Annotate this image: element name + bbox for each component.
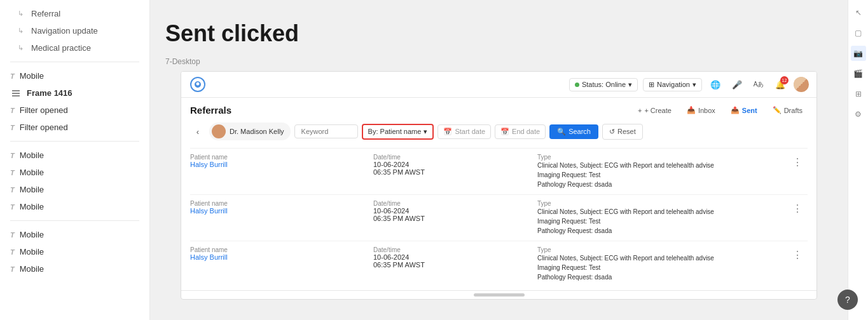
date-value: 10-06-202406:35 PM AWST [373,253,532,269]
sidebar: ↳ Referral ↳ Navigation update ↳ Medical… [0,0,150,320]
type-cell: Type Clinical Notes, Subject: ECG with R… [537,246,787,282]
date-label: Date/time [373,154,532,161]
patient-name[interactable]: Halsy Burrill [190,207,368,215]
end-date-input[interactable]: 📅 End date [495,124,546,139]
sidebar-item-mobile-3[interactable]: T Mobile [0,164,149,181]
text-type-icon: T [10,72,15,80]
pencil-icon: ✏️ [773,106,782,114]
keyword-input[interactable] [294,124,358,138]
sent-button[interactable]: 📤 Sent [726,104,762,116]
arrow-icon: ↳ [18,10,24,18]
sidebar-divider-2 [10,141,139,142]
row-menu[interactable]: ⋮ [792,246,808,261]
calendar-icon: 📅 [500,128,509,136]
reset-button[interactable]: ↺ Reset [602,124,643,140]
type-label: Type [537,154,787,161]
navigation-button[interactable]: ⊞ Navigation ▾ [643,78,702,91]
logo-circle [190,77,205,92]
help-button[interactable]: ? [837,290,858,310]
frame-tool-icon[interactable]: ▢ [851,25,866,41]
status-label: Status: Online [582,81,626,88]
chevron-down-icon: ▾ [424,128,427,136]
status-badge[interactable]: Status: Online ▾ [569,78,638,91]
sidebar-item-label: Mobile [20,185,44,194]
sidebar-item-mobile-2[interactable]: T Mobile [0,147,149,164]
date-cell: Date/time 10-06-202406:35 PM AWST [373,200,532,222]
date-cell: Date/time 10-06-202406:35 PM AWST [373,154,532,176]
sidebar-item-navigation-update[interactable]: ↳ Navigation update [0,22,149,39]
grid-tool-icon[interactable]: ⊞ [851,86,866,102]
sidebar-item-label: Mobile [20,168,44,177]
search-btn-label: Search [568,128,591,135]
sidebar-item-mobile-6[interactable]: T Mobile [0,226,149,243]
row-menu[interactable]: ⋮ [792,154,808,168]
date-value: 10-06-202406:35 PM AWST [373,161,532,176]
arrow-icon: ↳ [18,44,24,52]
top-bar: Status: Online ▾ ⊞ Navigation ▾ 🌐 🎤 Aあ 🔔… [181,72,816,98]
type-value: Clinical Notes, Subject: ECG with Report… [537,161,787,189]
reset-icon: ↺ [609,128,615,136]
filter-label: By: Patient name [368,128,422,135]
inbox-label: Inbox [698,107,715,114]
sidebar-item-mobile-7[interactable]: T Mobile [0,243,149,260]
sidebar-item-label: Filter opened [20,123,68,132]
sidebar-item-frame-1416[interactable]: Frame 1416 [0,84,149,102]
scroll-bar[interactable] [181,290,816,299]
inbox-icon: 📥 [687,106,696,114]
type-label: Type [537,246,787,253]
text-type-icon: T [10,107,15,114]
sidebar-item-filter-opened-2[interactable]: T Filter opened [0,119,149,136]
inbox-button[interactable]: 📥 Inbox [682,104,720,116]
sidebar-item-mobile-8[interactable]: T Mobile [0,260,149,277]
row-menu[interactable]: ⋮ [792,200,808,215]
translate-icon[interactable]: Aあ [750,76,767,93]
scroll-thumb [474,293,525,297]
patient-cell: Patient name Halsy Burrill [190,154,368,168]
referrals-header: Referrals + + Create 📥 Inbox 📤 Sent [190,104,808,116]
type-value: Clinical Notes, Subject: ECG with Report… [537,253,787,282]
patient-name[interactable]: Halsy Burrill [190,253,368,261]
sidebar-item-label: Mobile [20,202,44,211]
sidebar-item-filter-opened-1[interactable]: T Filter opened [0,102,149,119]
status-dot [575,83,579,87]
table-row: Patient name Halsy Burrill Date/time 10-… [190,241,808,287]
notification-area[interactable]: 🔔 12 [772,76,789,93]
filter-select[interactable]: By: Patient name ▾ [362,124,434,140]
sidebar-item-label: Referral [31,9,60,18]
sidebar-item-label: Mobile [20,230,44,239]
main-content: Sent clicked 7-Desktop Status: Online [150,0,848,320]
create-button[interactable]: + + Create [633,105,677,116]
globe-icon[interactable]: 🌐 [707,76,724,93]
sidebar-item-referral[interactable]: ↳ Referral [0,5,149,22]
start-date-label: Start date [455,128,485,135]
date-label: Date/time [373,246,532,253]
mic-icon[interactable]: 🎤 [729,76,745,93]
sidebar-item-mobile-5[interactable]: T Mobile [0,198,149,215]
video-tool-icon[interactable]: 🎬 [851,66,866,81]
sidebar-item-mobile-1[interactable]: T Mobile [0,67,149,84]
doctor-name: Dr. Madison Kelly [230,128,284,135]
camera-tool-icon[interactable]: 📷 [851,46,866,61]
frame-label: 7-Desktop [165,57,832,66]
notification-badge: 12 [780,76,789,84]
patient-cell: Patient name Halsy Burrill [190,200,368,215]
search-row: ‹ Dr. Madison Kelly By: Patient name ▾ 📅… [190,123,808,140]
drafts-button[interactable]: ✏️ Drafts [768,104,808,116]
table-row: Patient name Halsy Burrill Date/time 10-… [190,148,808,194]
page-title: Sent clicked [165,10,832,57]
patient-name[interactable]: Halsy Burrill [190,161,368,168]
date-value: 10-06-202406:35 PM AWST [373,207,532,222]
top-section: Sent clicked [150,0,848,57]
back-button[interactable]: ‹ [190,124,205,139]
sidebar-item-label: Mobile [20,247,44,257]
cursor-tool-icon[interactable]: ↖ [851,5,866,20]
type-cell: Type Clinical Notes, Subject: ECG with R… [537,200,787,236]
sidebar-item-label: Frame 1416 [27,88,72,98]
search-button[interactable]: 🔍 Search [549,124,598,139]
start-date-input[interactable]: 📅 Start date [437,124,491,139]
gear-tool-icon[interactable]: ⚙ [851,107,866,122]
end-date-label: End date [512,128,540,135]
sidebar-item-mobile-4[interactable]: T Mobile [0,181,149,198]
user-avatar[interactable] [794,77,809,92]
sidebar-item-medical-practice[interactable]: ↳ Medical practice [0,39,149,57]
